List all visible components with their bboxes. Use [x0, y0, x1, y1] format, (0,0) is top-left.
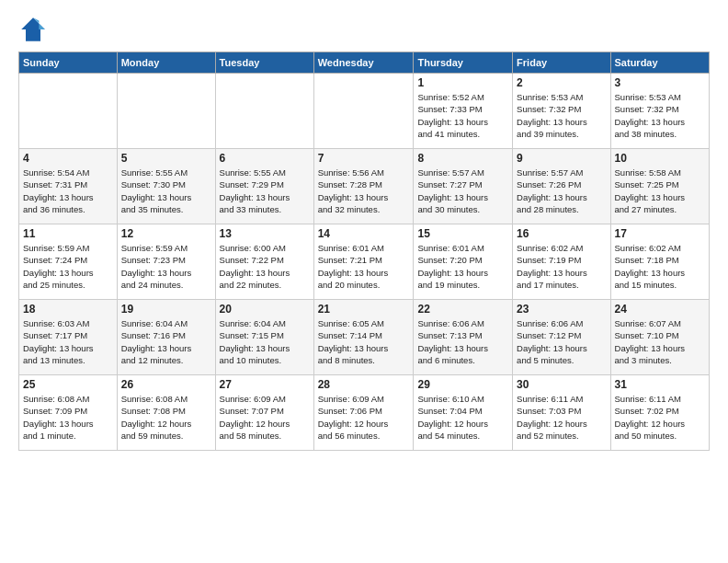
day-cell: 13Sunrise: 6:00 AMSunset: 7:22 PMDayligh…: [215, 224, 313, 300]
day-info: Sunrise: 5:57 AMSunset: 7:27 PMDaylight:…: [417, 167, 508, 215]
day-cell: 12Sunrise: 5:59 AMSunset: 7:23 PMDayligh…: [117, 224, 215, 300]
day-cell: 25Sunrise: 6:08 AMSunset: 7:09 PMDayligh…: [19, 375, 118, 451]
day-cell: 30Sunrise: 6:11 AMSunset: 7:03 PMDayligh…: [513, 375, 610, 451]
day-number: 12: [121, 227, 211, 240]
day-info: Sunrise: 5:59 AMSunset: 7:23 PMDaylight:…: [121, 242, 211, 291]
weekday-header-wednesday: Wednesday: [313, 52, 414, 74]
day-number: 17: [615, 227, 705, 240]
day-cell: 31Sunrise: 6:11 AMSunset: 7:02 PMDayligh…: [610, 375, 709, 451]
day-number: 29: [417, 378, 508, 391]
day-info: Sunrise: 5:53 AMSunset: 7:32 PMDaylight:…: [615, 91, 705, 140]
day-number: 24: [615, 303, 705, 316]
day-info: Sunrise: 6:11 AMSunset: 7:03 PMDaylight:…: [517, 393, 606, 442]
day-cell: [19, 74, 118, 149]
day-info: Sunrise: 6:04 AMSunset: 7:16 PMDaylight:…: [121, 317, 211, 366]
weekday-header-friday: Friday: [513, 52, 610, 74]
day-cell: 4Sunrise: 5:54 AMSunset: 7:31 PMDaylight…: [19, 149, 118, 224]
weekday-header-monday: Monday: [117, 52, 215, 74]
day-info: Sunrise: 6:08 AMSunset: 7:08 PMDaylight:…: [121, 393, 211, 442]
week-row-2: 4Sunrise: 5:54 AMSunset: 7:31 PMDaylight…: [19, 149, 710, 224]
day-number: 23: [517, 303, 606, 316]
day-cell: 8Sunrise: 5:57 AMSunset: 7:27 PMDaylight…: [414, 149, 513, 224]
day-info: Sunrise: 6:09 AMSunset: 7:06 PMDaylight:…: [318, 393, 410, 442]
logo-icon: [18, 15, 48, 44]
day-number: 19: [121, 303, 211, 316]
day-number: 25: [23, 378, 113, 391]
day-info: Sunrise: 5:53 AMSunset: 7:32 PMDaylight:…: [517, 91, 606, 140]
day-number: 18: [23, 303, 113, 316]
day-info: Sunrise: 6:05 AMSunset: 7:14 PMDaylight:…: [318, 317, 410, 366]
day-number: 31: [615, 378, 705, 391]
day-cell: 27Sunrise: 6:09 AMSunset: 7:07 PMDayligh…: [215, 375, 313, 451]
weekday-header-thursday: Thursday: [414, 52, 513, 74]
day-info: Sunrise: 5:55 AMSunset: 7:29 PMDaylight:…: [220, 167, 310, 215]
day-info: Sunrise: 6:06 AMSunset: 7:12 PMDaylight:…: [517, 317, 606, 366]
day-number: 16: [517, 227, 606, 240]
day-cell: 11Sunrise: 5:59 AMSunset: 7:24 PMDayligh…: [19, 224, 118, 300]
day-info: Sunrise: 5:55 AMSunset: 7:30 PMDaylight:…: [121, 167, 211, 215]
day-info: Sunrise: 5:57 AMSunset: 7:26 PMDaylight:…: [517, 167, 606, 215]
day-cell: 22Sunrise: 6:06 AMSunset: 7:13 PMDayligh…: [414, 300, 513, 375]
weekday-header-tuesday: Tuesday: [215, 52, 313, 74]
day-cell: 2Sunrise: 5:53 AMSunset: 7:32 PMDaylight…: [513, 74, 610, 149]
day-number: 11: [23, 227, 113, 240]
day-cell: 24Sunrise: 6:07 AMSunset: 7:10 PMDayligh…: [610, 300, 709, 375]
day-cell: 7Sunrise: 5:56 AMSunset: 7:28 PMDaylight…: [313, 149, 414, 224]
day-info: Sunrise: 6:02 AMSunset: 7:18 PMDaylight:…: [615, 242, 705, 291]
weekday-header-saturday: Saturday: [610, 52, 709, 74]
day-info: Sunrise: 6:01 AMSunset: 7:21 PMDaylight:…: [318, 242, 410, 291]
day-number: 21: [318, 303, 410, 316]
calendar-body: 1Sunrise: 5:52 AMSunset: 7:33 PMDaylight…: [19, 74, 710, 451]
day-number: 14: [318, 227, 410, 240]
day-cell: 28Sunrise: 6:09 AMSunset: 7:06 PMDayligh…: [313, 375, 414, 451]
day-number: 5: [121, 152, 211, 165]
day-info: Sunrise: 6:02 AMSunset: 7:19 PMDaylight:…: [517, 242, 606, 291]
logo: [18, 15, 51, 44]
day-info: Sunrise: 5:56 AMSunset: 7:28 PMDaylight:…: [318, 167, 410, 215]
day-info: Sunrise: 6:11 AMSunset: 7:02 PMDaylight:…: [615, 393, 705, 442]
day-cell: 29Sunrise: 6:10 AMSunset: 7:04 PMDayligh…: [414, 375, 513, 451]
day-cell: 9Sunrise: 5:57 AMSunset: 7:26 PMDaylight…: [513, 149, 610, 224]
day-number: 20: [220, 303, 310, 316]
day-number: 15: [417, 227, 508, 240]
day-info: Sunrise: 6:09 AMSunset: 7:07 PMDaylight:…: [220, 393, 310, 442]
day-number: 13: [220, 227, 310, 240]
day-info: Sunrise: 5:52 AMSunset: 7:33 PMDaylight:…: [417, 91, 508, 140]
day-number: 3: [615, 76, 705, 89]
day-info: Sunrise: 6:08 AMSunset: 7:09 PMDaylight:…: [23, 393, 113, 442]
day-number: 22: [417, 303, 508, 316]
day-cell: [313, 74, 414, 149]
day-info: Sunrise: 6:07 AMSunset: 7:10 PMDaylight:…: [615, 317, 705, 366]
day-info: Sunrise: 5:58 AMSunset: 7:25 PMDaylight:…: [615, 167, 705, 215]
day-number: 27: [220, 378, 310, 391]
day-info: Sunrise: 6:01 AMSunset: 7:20 PMDaylight:…: [417, 242, 508, 291]
week-row-3: 11Sunrise: 5:59 AMSunset: 7:24 PMDayligh…: [19, 224, 710, 300]
day-cell: 5Sunrise: 5:55 AMSunset: 7:30 PMDaylight…: [117, 149, 215, 224]
day-number: 26: [121, 378, 211, 391]
day-number: 28: [318, 378, 410, 391]
week-row-5: 25Sunrise: 6:08 AMSunset: 7:09 PMDayligh…: [19, 375, 710, 451]
day-number: 1: [417, 76, 508, 89]
day-info: Sunrise: 5:54 AMSunset: 7:31 PMDaylight:…: [23, 167, 113, 215]
day-cell: 14Sunrise: 6:01 AMSunset: 7:21 PMDayligh…: [313, 224, 414, 300]
day-number: 9: [517, 152, 606, 165]
day-number: 30: [517, 378, 606, 391]
day-cell: 23Sunrise: 6:06 AMSunset: 7:12 PMDayligh…: [513, 300, 610, 375]
day-number: 7: [318, 152, 410, 165]
day-cell: [117, 74, 215, 149]
day-cell: 18Sunrise: 6:03 AMSunset: 7:17 PMDayligh…: [19, 300, 118, 375]
day-cell: 15Sunrise: 6:01 AMSunset: 7:20 PMDayligh…: [414, 224, 513, 300]
day-cell: 21Sunrise: 6:05 AMSunset: 7:14 PMDayligh…: [313, 300, 414, 375]
day-number: 2: [517, 76, 606, 89]
day-cell: 1Sunrise: 5:52 AMSunset: 7:33 PMDaylight…: [414, 74, 513, 149]
weekday-row: SundayMondayTuesdayWednesdayThursdayFrid…: [19, 52, 710, 74]
day-cell: 17Sunrise: 6:02 AMSunset: 7:18 PMDayligh…: [610, 224, 709, 300]
week-row-4: 18Sunrise: 6:03 AMSunset: 7:17 PMDayligh…: [19, 300, 710, 375]
page: SundayMondayTuesdayWednesdayThursdayFrid…: [0, 0, 728, 563]
day-cell: 26Sunrise: 6:08 AMSunset: 7:08 PMDayligh…: [117, 375, 215, 451]
day-cell: 3Sunrise: 5:53 AMSunset: 7:32 PMDaylight…: [610, 74, 709, 149]
day-cell: 10Sunrise: 5:58 AMSunset: 7:25 PMDayligh…: [610, 149, 709, 224]
day-number: 6: [220, 152, 310, 165]
day-info: Sunrise: 6:06 AMSunset: 7:13 PMDaylight:…: [417, 317, 508, 366]
day-cell: 16Sunrise: 6:02 AMSunset: 7:19 PMDayligh…: [513, 224, 610, 300]
